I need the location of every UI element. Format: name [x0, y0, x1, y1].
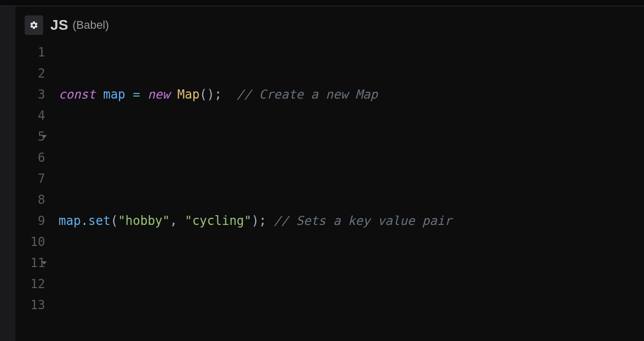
line-number: 4 — [15, 105, 45, 126]
code-content[interactable]: const map = new Map(); // Create a new M… — [48, 42, 563, 341]
settings-button[interactable] — [25, 15, 43, 35]
window-top-bar — [0, 0, 644, 6]
line-number: 8 — [15, 190, 45, 211]
code-editor[interactable]: 1 2 3 4 5 6 7 8 9 10 11 12 13 const map … — [15, 42, 644, 341]
line-gutter: 1 2 3 4 5 6 7 8 9 10 11 12 13 — [15, 42, 48, 341]
line-number: 7 — [15, 168, 45, 190]
line-number: 12 — [15, 274, 45, 295]
line-number: 3 — [15, 84, 45, 105]
gear-icon — [29, 21, 39, 30]
line-number: 5 — [15, 126, 45, 147]
panel-title-preprocessor: (Babel) — [72, 18, 109, 32]
line-number: 2 — [15, 63, 45, 84]
code-line — [59, 274, 563, 295]
panel-header: JS (Babel) — [15, 15, 644, 42]
line-number: 10 — [15, 232, 45, 253]
line-number: 1 — [15, 42, 45, 63]
line-number: 11 — [15, 253, 45, 274]
line-number: 9 — [15, 211, 45, 232]
fold-icon[interactable] — [42, 135, 47, 138]
code-line: let foods = {dinner: "Curry", lunch:"San… — [59, 337, 563, 341]
fold-icon[interactable] — [42, 261, 47, 264]
panel-title-lang: JS — [50, 17, 68, 33]
line-number: 6 — [15, 147, 45, 168]
code-line — [59, 147, 563, 168]
editor-pane: JS (Babel) 1 2 3 4 5 6 7 8 9 10 11 12 13… — [15, 6, 644, 341]
code-line: map.set("hobby", "cycling"); // Sets a k… — [59, 211, 563, 232]
line-number: 13 — [15, 295, 45, 316]
sidebar-strip — [0, 6, 15, 341]
code-line: const map = new Map(); // Create a new M… — [59, 84, 563, 105]
